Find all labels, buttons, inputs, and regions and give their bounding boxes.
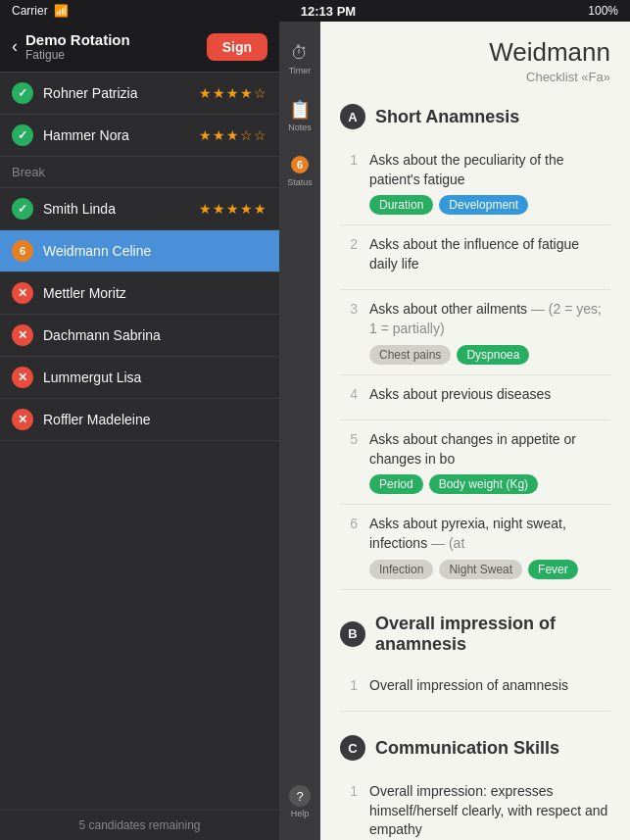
item-content: Asks about changes in appetite or change… [369,430,610,494]
candidate-item[interactable]: ✓ Rohner Patrizia ★★★★☆ [0,73,279,115]
timer-label: Timer [289,66,312,75]
sign-button[interactable]: Sign [207,33,267,61]
item-text: Asks about the influence of fatigue dail… [369,235,610,273]
battery-display: 100% [588,4,618,18]
right-icon-panel: ⏱ Timer 📋 Notes 6 Status ? Help [279,22,320,840]
item-number: 2 [340,236,358,279]
item-text: Overall impression: expresses himself/he… [369,782,610,840]
section-title-c: Communication Skills [375,738,559,759]
status-badge: 6 [291,156,309,173]
status-label: Status [287,177,313,187]
candidate-name: Smith Linda [43,201,199,217]
checklist-item-a1: 1 Asks about the peculiarity of the pati… [340,141,610,225]
time-display: 12:13 PM [301,4,356,19]
checklist-item-a2: 2 Asks about the influence of fatigue da… [340,225,610,290]
item-text: Asks about other ailments — (2 = yes; 1 … [369,300,610,338]
candidate-status-icon: ✓ [12,82,33,104]
item-number: 5 [340,431,358,494]
candidate-item[interactable]: ✓ Hammer Nora ★★★☆☆ [0,115,279,157]
candidates-remaining: 5 candidates remaining [0,810,279,840]
item-tags: Chest pains Dyspnoea [369,345,610,365]
candidate-status-icon: 6 [12,240,33,262]
tag-fever: Fever [528,560,578,579]
checklist-item-a3: 3 Asks about other ailments — (2 = yes; … [340,290,610,374]
main-layout: ‹ Demo Rotation Fatigue Sign ✓ Rohner Pa… [0,22,630,840]
section-letter-b: B [340,621,365,647]
notes-icon: 📋 [289,99,311,121]
candidate-item[interactable]: ✕ Lummergut Lisa [0,357,279,399]
item-tags: Infection Night Sweat Fever [369,560,610,579]
item-number: 1 [340,152,358,215]
section-header-a: A Short Anamnesis [340,104,610,129]
candidate-name: Weidmann Celine [43,243,267,259]
candidate-name: Rohner Patrizia [43,85,199,101]
candidate-status-icon: ✕ [12,367,33,388]
item-tags: Duration Development [369,195,610,215]
candidate-item[interactable]: ✕ Dachmann Sabrina [0,315,279,357]
item-content: Overall impression of anamnesis [369,676,610,702]
item-content: Asks about previous diseases [369,385,610,411]
sidebar-header: ‹ Demo Rotation Fatigue Sign [0,22,279,73]
candidate-stars: ★★★☆☆ [199,127,267,143]
candidate-list: ✓ Rohner Patrizia ★★★★☆ ✓ Hammer Nora ★★… [0,73,279,810]
item-text: Asks about previous diseases [369,385,610,405]
candidate-name: Mettler Moritz [43,285,267,301]
item-content: Asks about the influence of fatigue dail… [369,235,610,279]
status-left: Carrier 📶 [12,4,69,18]
candidate-status-icon: ✕ [12,409,33,430]
item-content: Asks about other ailments — (2 = yes; 1 … [369,300,610,364]
candidate-name: Hammer Nora [43,127,199,143]
tag-infection: Infection [369,560,433,579]
timer-icon: ⏱ [291,43,309,64]
candidate-name: Dachmann Sabrina [43,327,267,343]
help-button[interactable]: ? Help [279,773,320,830]
candidate-stars: ★★★★☆ [199,85,267,101]
item-content: Asks about pyrexia, night sweat, infecti… [369,515,610,578]
item-content: Overall impression: expresses himself/he… [369,782,610,840]
rotation-info: Demo Rotation Fatigue [25,31,130,62]
item-number: 6 [340,516,358,578]
sidebar-header-left: ‹ Demo Rotation Fatigue [12,31,130,62]
notes-label: Notes [288,123,312,132]
item-text: Asks about changes in appetite or change… [369,430,610,469]
item-text: Overall impression of anamnesis [369,676,610,696]
content-subtitle: Checklist «Fa» [340,70,610,84]
candidate-status-icon: ✓ [12,124,33,146]
status-bar: Carrier 📶 12:13 PM 100% [0,0,630,22]
back-button[interactable]: ‹ [12,36,18,57]
notes-button[interactable]: 📋 Notes [279,87,320,144]
checklist-item-a6: 6 Asks about pyrexia, night sweat, infec… [340,505,610,589]
candidate-name: Lummergut Lisa [43,370,267,385]
candidate-status-icon: ✓ [12,198,33,220]
section-letter-a: A [340,104,365,129]
candidate-status-icon: ✕ [12,282,33,304]
item-number: 1 [340,783,358,840]
candidate-item[interactable]: ✕ Roffler Madeleine [0,399,279,441]
wifi-icon: 📶 [54,4,69,18]
item-text: Asks about the peculiarity of the patien… [369,151,610,189]
checklist-item-b1: 1 Overall impression of anamnesis [340,667,610,713]
break-label: Break [12,165,45,179]
candidate-item[interactable]: ✓ Smith Linda ★★★★★ [0,188,279,230]
item-tags: Period Body weight (Kg) [369,474,610,494]
candidate-item-active[interactable]: 6 Weidmann Celine [0,230,279,272]
tag-chest: Chest pains [369,345,451,365]
tag-dyspnoea: Dyspnoea [457,345,529,365]
candidate-item[interactable]: ✕ Mettler Moritz [0,272,279,315]
item-number: 3 [340,301,358,364]
section-header-c: C Communication Skills [340,735,610,761]
rotation-subtitle: Fatigue [25,48,130,62]
status-button[interactable]: 6 Status [279,144,320,199]
section-title-a: Short Anamnesis [375,107,519,127]
sidebar: ‹ Demo Rotation Fatigue Sign ✓ Rohner Pa… [0,22,279,840]
content-title: Weidmann [340,37,610,68]
item-number: 4 [340,386,358,411]
tag-nightsweat: Night Sweat [439,560,522,579]
break-item: Break [0,157,279,188]
tag-period: Period [369,474,423,494]
checklist-item-a4: 4 Asks about previous diseases [340,375,610,421]
content-panel: Weidmann Checklist «Fa» A Short Anamnesi… [320,22,630,840]
timer-button[interactable]: ⏱ Timer [279,31,320,87]
help-icon: ? [289,785,311,807]
section-title-b: Overall impression of anamnesis [375,614,610,655]
